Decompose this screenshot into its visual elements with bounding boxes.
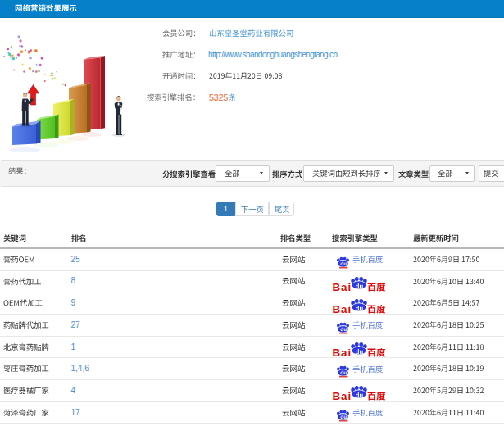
svg-text:Bai: Bai bbox=[333, 347, 352, 358]
svg-text:Bai: Bai bbox=[333, 281, 352, 292]
svg-text:Bai: Bai bbox=[333, 390, 352, 401]
svg-text:Bai: Bai bbox=[333, 303, 352, 315]
